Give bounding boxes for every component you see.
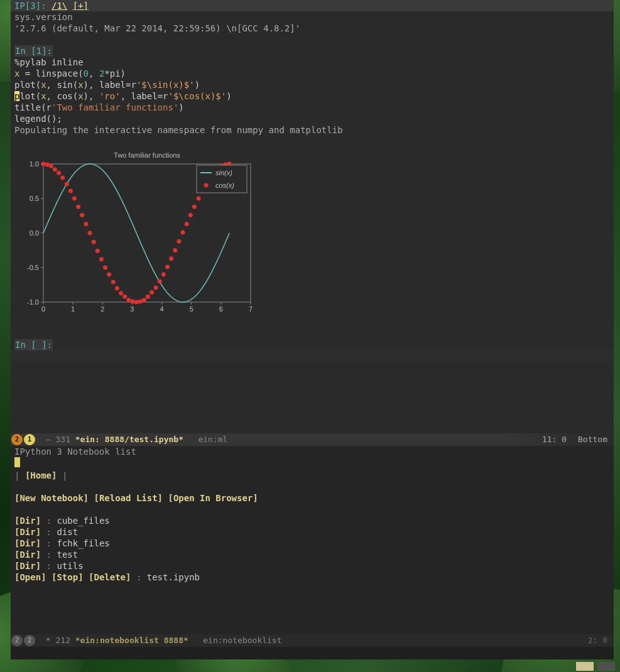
svg-text:cos(x): cos(x) <box>215 182 234 189</box>
svg-point-34 <box>65 182 69 186</box>
kernel-prompt: IP[3]: <box>14 1 46 11</box>
svg-text:1.0: 1.0 <box>30 160 39 168</box>
open-in-browser-button[interactable]: [Open In Browser] <box>168 493 258 503</box>
reload-list-button[interactable]: [Reload List] <box>94 493 163 503</box>
output-line: '2.7.6 (default, Mar 22 2014, 22:59:56) … <box>14 23 610 34</box>
svg-point-28 <box>41 162 46 166</box>
svg-text:-0.5: -0.5 <box>27 264 39 271</box>
minibuffer[interactable] <box>11 647 614 659</box>
code-area[interactable]: sys.version '2.7.6 (default, Mar 22 2014… <box>11 11 614 362</box>
worksheet-tab[interactable]: /1\ <box>52 1 67 11</box>
svg-point-31 <box>53 167 57 171</box>
svg-text:Two familiar functions: Two familiar functions <box>114 151 180 159</box>
notebooklist-pane[interactable]: IPython 3 Notebook list | [Home] | [New … <box>11 446 614 634</box>
list-item[interactable]: [Open] [Stop] [Delete] : test.ipynb <box>14 572 610 583</box>
notebook-pane[interactable]: IP[3]: /1\ [+] sys.version '2.7.6 (defau… <box>11 0 614 433</box>
svg-point-63 <box>177 239 181 244</box>
svg-point-40 <box>88 231 92 236</box>
cursor-position: 2: 0 <box>588 635 607 646</box>
svg-text:-1.0: -1.0 <box>27 298 39 306</box>
svg-text:0.0: 0.0 <box>30 229 39 237</box>
list-item[interactable]: [Dir] : utils <box>14 560 610 572</box>
svg-point-33 <box>60 176 65 180</box>
window-number-badge: 2 <box>11 434 23 445</box>
system-tray <box>576 662 615 671</box>
pane-title: IPython 3 Notebook list <box>14 446 610 457</box>
code-line[interactable]: %pylab inline <box>14 57 610 68</box>
delete-link[interactable]: [Delete] <box>89 572 131 582</box>
dir-link[interactable]: [Dir] <box>14 516 41 526</box>
major-mode: ein:notebooklist <box>203 635 281 646</box>
svg-text:4: 4 <box>160 305 164 313</box>
buffer-name[interactable]: *ein: 8888/test.ipynb* <box>75 434 183 445</box>
code-line[interactable]: plot(x, cos(x), 'ro', label=r'$\cos(x)$'… <box>14 90 610 102</box>
svg-point-29 <box>45 163 50 167</box>
home-link[interactable]: [Home] <box>25 470 57 480</box>
add-tab-button[interactable]: [+] <box>73 1 89 11</box>
window-number-badge: 2 <box>11 635 23 646</box>
new-notebook-button[interactable]: [New Notebook] <box>14 493 89 503</box>
notebook-topbar: IP[3]: /1\ [+] <box>11 0 614 11</box>
list-item[interactable]: [Dir] : test <box>14 549 610 560</box>
svg-point-51 <box>130 299 134 303</box>
svg-text:sin(x): sin(x) <box>215 169 232 176</box>
svg-point-58 <box>158 279 162 284</box>
window-number-badge: 1 <box>24 434 35 445</box>
svg-point-49 <box>122 295 127 299</box>
text-cursor <box>14 457 20 467</box>
stop-link[interactable]: [Stop] <box>52 572 84 582</box>
modeline-bottom: 2 2 * 212 *ein:notebooklist 8888* ein:no… <box>11 634 614 647</box>
svg-point-53 <box>138 299 143 303</box>
svg-point-67 <box>192 205 197 209</box>
dir-link[interactable]: [Dir] <box>14 550 41 560</box>
output-line: Populating the interactive namespace fro… <box>14 124 610 136</box>
matplotlib-figure: Two familiar functions01234567-1.0-0.50.… <box>18 148 257 318</box>
code-line[interactable]: plot(x, sin(x), label=r'$\sin(x)$') <box>14 79 610 90</box>
svg-point-41 <box>92 240 96 244</box>
svg-point-48 <box>119 291 123 295</box>
chart-output: Two familiar functions01234567-1.0-0.50.… <box>14 142 261 333</box>
code-line[interactable]: legend(); <box>14 113 610 124</box>
svg-point-80 <box>204 183 209 188</box>
svg-point-59 <box>161 273 166 277</box>
svg-point-46 <box>111 280 116 285</box>
cell-prompt: In [ ]: <box>14 339 53 350</box>
open-link[interactable]: [Open] <box>14 572 46 582</box>
dir-link[interactable]: [Dir] <box>14 561 41 571</box>
svg-point-39 <box>84 222 88 226</box>
svg-point-60 <box>165 264 170 269</box>
svg-point-61 <box>169 256 173 261</box>
modeline-top: 2 1 – 331 *ein: 8888/test.ipynb* ein:ml … <box>11 433 614 446</box>
svg-text:0.5: 0.5 <box>30 195 39 202</box>
dir-link[interactable]: [Dir] <box>14 527 41 537</box>
tray-icon[interactable] <box>597 662 615 671</box>
svg-point-47 <box>115 286 119 291</box>
svg-point-56 <box>150 290 154 295</box>
dir-link[interactable]: [Dir] <box>14 538 41 548</box>
code-line[interactable]: x = linspace(0, 2*pi) <box>14 68 610 79</box>
code-line[interactable]: title(r'Two familiar functions') <box>14 102 610 113</box>
svg-point-65 <box>185 222 189 226</box>
buffer-name[interactable]: *ein:notebooklist 8888* <box>75 635 188 646</box>
empty-cell[interactable] <box>11 350 614 362</box>
svg-text:6: 6 <box>219 305 223 313</box>
svg-point-62 <box>173 248 177 252</box>
svg-point-43 <box>99 257 104 261</box>
tray-icon[interactable] <box>576 662 594 671</box>
svg-point-42 <box>95 249 100 253</box>
svg-point-54 <box>142 298 146 302</box>
svg-point-32 <box>57 171 61 175</box>
svg-point-50 <box>126 298 131 302</box>
list-item[interactable]: [Dir] : dist <box>14 526 610 538</box>
list-item[interactable]: [Dir] : fchk_files <box>14 538 610 549</box>
svg-text:0: 0 <box>41 305 45 313</box>
svg-point-45 <box>107 273 111 277</box>
line-count: 212 <box>55 635 70 646</box>
cell-prompt: In [1]: <box>14 45 53 57</box>
line-count: 331 <box>55 434 70 445</box>
svg-point-66 <box>188 213 193 217</box>
major-mode: ein:ml <box>198 434 227 445</box>
modeline-sep <box>38 434 43 445</box>
list-item[interactable]: [Dir] : cube_files <box>14 515 610 526</box>
output-line: sys.version <box>14 11 610 23</box>
